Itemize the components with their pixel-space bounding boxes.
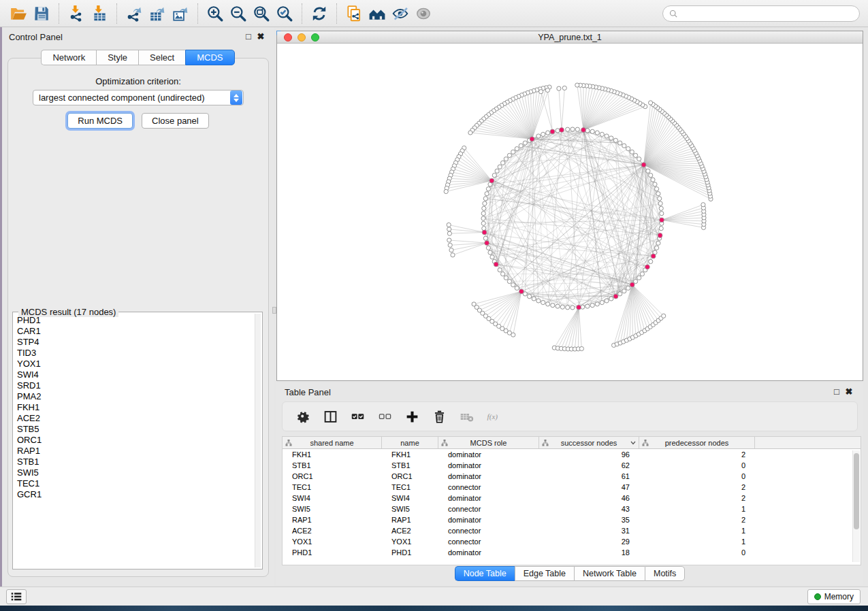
network-canvas[interactable] [277, 44, 863, 380]
create-column-button[interactable] [405, 410, 419, 424]
tab-network[interactable]: Network [41, 50, 96, 65]
mcds-result-item[interactable]: ORC1 [16, 435, 254, 446]
optimization-criterion-select[interactable]: largest connected component (undirected) [33, 90, 244, 105]
save-session-button[interactable] [30, 3, 53, 24]
column-header-mcds-role[interactable]: MCDS role [438, 437, 539, 448]
table-cell: RAP1 [382, 516, 438, 524]
table-panel: Table Panel □ ✖ [276, 383, 863, 585]
tab-node-table[interactable]: Node Table [455, 566, 515, 581]
table-cell: ACE2 [382, 527, 438, 535]
toolbar-separator [336, 3, 337, 24]
scrollbar-thumb[interactable] [854, 453, 859, 529]
delete-table-button[interactable] [460, 410, 474, 424]
search-icon [669, 9, 679, 19]
table-cell: 96 [539, 450, 639, 459]
shared-column-icon [441, 440, 448, 446]
table-row[interactable]: TEC1TEC1connector472 [283, 482, 861, 493]
mcds-result-item[interactable]: STP4 [16, 337, 254, 348]
deselect-all-button[interactable] [378, 410, 392, 424]
mcds-result-item[interactable]: PMA2 [16, 391, 254, 402]
tab-network-table[interactable]: Network Table [574, 566, 645, 581]
column-header-shared-name[interactable]: shared name [283, 437, 382, 448]
float-panel-icon[interactable]: □ [831, 386, 843, 398]
refresh-button[interactable] [308, 3, 331, 24]
mcds-list-scrollbar[interactable] [255, 314, 261, 567]
function-builder-button[interactable]: f(x) [487, 410, 501, 424]
tab-style[interactable]: Style [96, 50, 138, 65]
mcds-result-item[interactable]: CAR1 [16, 326, 254, 337]
table-cell: STB1 [283, 461, 382, 469]
memory-button[interactable]: Memory [807, 589, 861, 604]
column-header-predecessor-nodes[interactable]: predecessor nodes [639, 437, 755, 448]
mcds-result-item[interactable]: YOX1 [16, 359, 254, 369]
import-network-button[interactable] [65, 3, 88, 24]
zoom-fit-button[interactable] [250, 3, 273, 24]
tab-select[interactable]: Select [138, 50, 185, 65]
select-all-button[interactable] [351, 410, 365, 424]
selected-criterion: largest connected component (undirected) [33, 93, 230, 103]
open-session-button[interactable] [7, 3, 30, 24]
delete-column-button[interactable] [432, 410, 447, 424]
mcds-result-item[interactable]: TEC1 [16, 478, 254, 489]
mcds-result-item[interactable]: SWI4 [16, 369, 254, 380]
run-mcds-button[interactable]: Run MCDS [67, 113, 133, 129]
table-row[interactable]: ORC1ORC1dominator610 [283, 471, 861, 482]
table-cell: 2 [639, 450, 755, 459]
table-cell: 0 [639, 461, 755, 469]
tab-mcds[interactable]: MCDS [185, 50, 234, 65]
close-panel-icon[interactable]: ✖ [843, 386, 855, 398]
splitter-grip[interactable] [272, 307, 276, 314]
zoom-in-button[interactable] [204, 3, 227, 24]
zoom-selected-button[interactable] [273, 3, 296, 24]
hide-selected-button[interactable] [389, 3, 412, 24]
table-row[interactable]: YOX1YOX1connector291 [283, 536, 861, 547]
mcds-result-item[interactable]: STB1 [16, 457, 254, 467]
mcds-result-item[interactable]: ACE2 [16, 413, 254, 424]
close-panel-button[interactable]: Close panel [142, 113, 209, 129]
tab-motifs[interactable]: Motifs [645, 566, 685, 581]
close-panel-icon[interactable]: ✖ [255, 31, 267, 43]
table-row[interactable]: ACE2ACE2connector311 [283, 525, 861, 536]
table-cell: connector [438, 538, 539, 546]
table-row[interactable]: SWI5SWI5connector431 [283, 503, 861, 514]
mcds-result-item[interactable]: RAP1 [16, 446, 254, 457]
clone-network-button[interactable] [342, 3, 366, 24]
export-table-button[interactable] [146, 3, 169, 24]
table-options-button[interactable] [296, 410, 310, 424]
column-header-name[interactable]: name [382, 437, 438, 448]
table-scrollbar[interactable] [852, 450, 860, 562]
tab-edge-table[interactable]: Edge Table [515, 566, 574, 581]
mcds-result-item[interactable]: FKH1 [16, 402, 254, 413]
float-panel-icon[interactable]: □ [242, 31, 255, 43]
search-input[interactable] [679, 9, 854, 18]
table-cell: 47 [539, 483, 639, 491]
table-row[interactable]: PHD1PHD1dominator180 [283, 547, 861, 558]
plus-icon [405, 410, 419, 424]
table-row[interactable]: STB1STB1dominator620 [283, 460, 861, 471]
table-cell: YOX1 [283, 538, 382, 546]
search-field[interactable] [662, 5, 860, 22]
export-network-button[interactable] [123, 3, 146, 24]
show-hidden-button[interactable] [412, 3, 435, 24]
home-button[interactable] [366, 3, 389, 24]
table-row[interactable]: SWI4SWI4dominator462 [283, 493, 861, 503]
gear-icon [296, 410, 310, 424]
zoom-out-button[interactable] [227, 3, 250, 24]
column-label: shared name [310, 439, 353, 447]
mcds-result-item[interactable]: STB5 [16, 424, 254, 435]
mcds-result-item[interactable]: GCR1 [16, 489, 254, 500]
show-column-panel-button[interactable] [323, 410, 338, 424]
task-history-button[interactable] [6, 589, 27, 604]
import-table-button[interactable] [88, 3, 111, 24]
save-floppy-icon [33, 5, 50, 22]
mcds-result-item[interactable]: SRD1 [16, 380, 254, 391]
column-header-successor-nodes[interactable]: successor nodes [539, 437, 639, 448]
table-row[interactable]: FKH1FKH1dominator962 [283, 449, 861, 460]
mcds-result-item[interactable]: PHD1 [16, 315, 254, 326]
export-image-button[interactable] [169, 3, 192, 24]
network-graph [277, 44, 863, 380]
mcds-result-item[interactable]: SWI5 [16, 467, 254, 478]
table-row[interactable]: RAP1RAP1dominator352 [283, 514, 861, 525]
mcds-result-item[interactable]: TID3 [16, 348, 254, 359]
network-titlebar[interactable]: YPA_prune.txt_1 [277, 31, 863, 44]
